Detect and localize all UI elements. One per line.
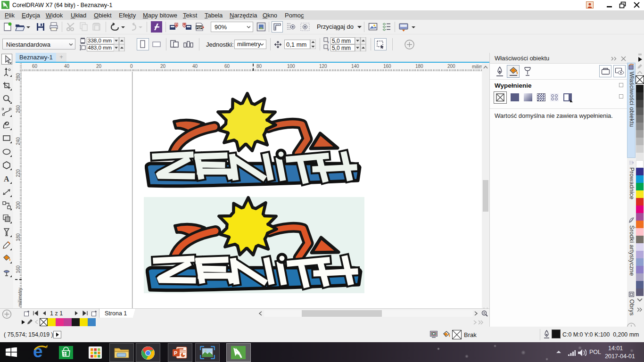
svg-text:P: P: [174, 350, 177, 356]
svg-text:x: x: [327, 40, 329, 44]
svg-text:y: y: [327, 47, 329, 51]
svg-text:PDF: PDF: [196, 26, 202, 29]
svg-text:A: A: [4, 175, 9, 183]
